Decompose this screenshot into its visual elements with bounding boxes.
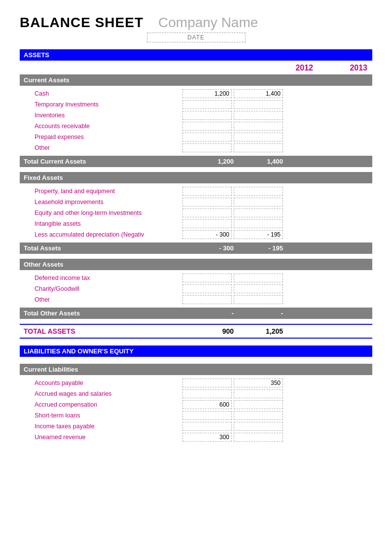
year-2012: 2012 (264, 64, 313, 72)
table-row: Intangible assets (20, 219, 372, 229)
cell-input-year2[interactable] (234, 284, 283, 293)
table-row: Accrued wages and salaries (20, 389, 372, 399)
total-assets-val1: - 300 (186, 244, 236, 252)
table-row: Charity/Goodwill (20, 284, 372, 294)
table-row: Deferred income tax (20, 273, 372, 283)
cell-input-year2[interactable] (234, 111, 283, 120)
cell-input-year1[interactable] (182, 219, 232, 228)
cell-input-year1[interactable] (182, 187, 232, 196)
cell-input-year1[interactable] (182, 208, 232, 217)
cell-input-year1[interactable] (182, 411, 232, 420)
total-current-assets-label: Total Current Assets (24, 158, 186, 165)
table-row: Other (20, 143, 372, 153)
cell-input-year1[interactable] (182, 422, 232, 431)
total-other-assets-val2: - (236, 310, 285, 317)
total-other-assets-row: Total Other Assets - - (20, 308, 372, 319)
cell-input-year2[interactable] (234, 230, 283, 239)
cell-input-year2[interactable] (234, 379, 283, 387)
cell-input-year2[interactable] (234, 295, 283, 304)
row-label: Other (20, 144, 182, 151)
current-assets-header: Current Assets (20, 74, 372, 86)
assets-section-header: ASSETS (20, 49, 372, 61)
cell-input-year2[interactable] (234, 389, 283, 398)
table-row: Income taxes payable (20, 421, 372, 431)
total-other-assets-val1: - (186, 310, 236, 317)
table-row: Accounts receivable (20, 121, 372, 131)
row-label: Accounts payable (20, 380, 182, 386)
row-label: Property, land and equipment (20, 188, 182, 195)
row-label: Temporary Investments (20, 101, 182, 108)
total-assets-final-label: TOTAL ASSETS (24, 327, 186, 335)
table-row: Leasehold improvements (20, 197, 372, 207)
table-row: Less accumulated depreciation (Negativ (20, 230, 372, 240)
cell-input-year1[interactable] (182, 122, 232, 131)
table-row: Prepaid expenses (20, 132, 372, 142)
table-row: Equity and other long-term investments (20, 208, 372, 218)
cell-input-year1[interactable] (182, 274, 232, 282)
cell-input-year2[interactable] (234, 122, 283, 131)
cell-input-year1[interactable] (182, 198, 232, 207)
table-row: Temporary Investments (20, 100, 372, 109)
total-assets-val2: - 195 (236, 244, 285, 252)
page-title: BALANCE SHEET (20, 15, 143, 31)
total-assets-final-val2: 1,205 (236, 327, 285, 335)
row-label: Unearned revenue (20, 434, 182, 441)
cell-input-year2[interactable] (234, 89, 283, 98)
cell-input-year1[interactable] (182, 230, 232, 239)
row-label: Charity/Goodwill (20, 285, 182, 292)
cell-input-year1[interactable] (182, 284, 232, 293)
cell-input-year2[interactable] (234, 100, 283, 109)
other-assets-header: Other Assets (20, 259, 372, 270)
total-assets-final-row: TOTAL ASSETS 900 1,205 (20, 324, 372, 339)
table-row: Cash (20, 89, 372, 99)
row-label: Income taxes payable (20, 423, 182, 430)
cell-input-year2[interactable] (234, 133, 283, 141)
cell-input-year2[interactable] (234, 219, 283, 228)
year-2013: 2013 (318, 64, 367, 72)
cell-input-year1[interactable] (182, 389, 232, 398)
cell-input-year2[interactable] (234, 411, 283, 420)
cell-input-year2[interactable] (234, 433, 283, 442)
liabilities-section-header: LIABILITIES AND OWNER'S EQUITY (20, 346, 372, 357)
cell-input-year1[interactable] (182, 143, 232, 152)
cell-input-year2[interactable] (234, 274, 283, 282)
cell-input-year2[interactable] (234, 208, 283, 217)
row-label: Other (20, 296, 182, 303)
current-assets-rows: CashTemporary InvestmentsInventoriesAcco… (20, 89, 372, 153)
total-other-assets-label: Total Other Assets (24, 310, 186, 317)
total-assets-final-val1: 900 (186, 327, 236, 335)
fixed-assets-rows: Property, land and equipmentLeasehold im… (20, 186, 372, 240)
cell-input-year2[interactable] (234, 198, 283, 207)
row-label: Less accumulated depreciation (Negativ (20, 231, 182, 238)
cell-input-year1[interactable] (182, 89, 232, 98)
total-current-assets-val2: 1,400 (236, 158, 285, 165)
total-assets-label: Total Assets (24, 244, 186, 252)
date-input[interactable] (147, 33, 246, 42)
cell-input-year1[interactable] (182, 400, 232, 409)
total-current-assets-val1: 1,200 (186, 158, 236, 165)
row-label: Intangible assets (20, 220, 182, 227)
fixed-assets-header: Fixed Assets (20, 172, 372, 183)
cell-input-year1[interactable] (182, 379, 232, 387)
table-row: Other (20, 295, 372, 305)
row-label: Accrued compensation (20, 401, 182, 408)
cell-input-year2[interactable] (234, 187, 283, 196)
cell-input-year2[interactable] (234, 143, 283, 152)
cell-input-year1[interactable] (182, 133, 232, 141)
table-row: Property, land and equipment (20, 186, 372, 196)
row-label: Prepaid expenses (20, 134, 182, 140)
cell-input-year2[interactable] (234, 400, 283, 409)
row-label: Equity and other long-term investments (20, 209, 182, 216)
cell-input-year1[interactable] (182, 100, 232, 109)
total-assets-row: Total Assets - 300 - 195 (20, 242, 372, 254)
cell-input-year1[interactable] (182, 433, 232, 442)
cell-input-year1[interactable] (182, 111, 232, 120)
row-label: Leasehold improvements (20, 199, 182, 206)
row-label: Short-term loans (20, 412, 182, 419)
current-liabilities-rows: Accounts payableAccrued wages and salari… (20, 378, 372, 442)
row-label: Deferred income tax (20, 275, 182, 281)
cell-input-year1[interactable] (182, 295, 232, 304)
company-name: Company Name (158, 15, 258, 31)
cell-input-year2[interactable] (234, 422, 283, 431)
table-row: Accounts payable (20, 378, 372, 388)
